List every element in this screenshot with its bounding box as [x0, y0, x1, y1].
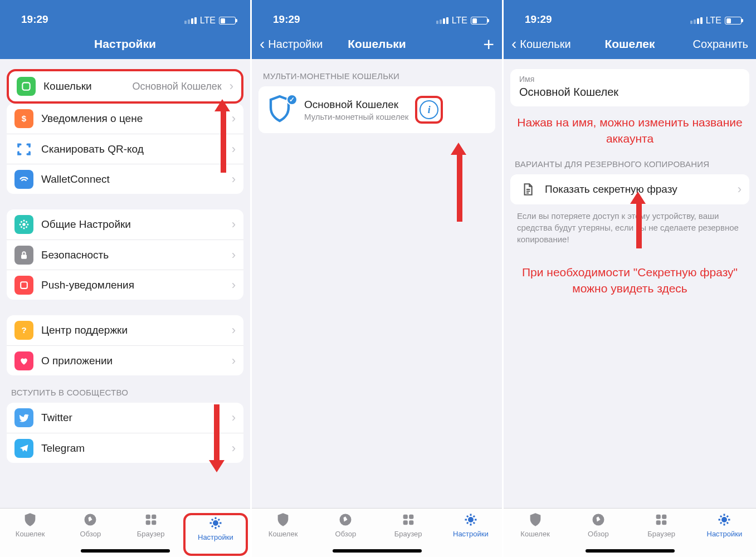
screen-wallets: 19:29 LTE ‹ Настройки Кошельки + МУЛЬТИ-… — [252, 0, 504, 557]
wallets-row[interactable]: Кошельки Основной Кошелек › — [7, 69, 243, 104]
signal-icon — [184, 17, 197, 24]
home-indicator — [81, 549, 170, 553]
wallet-name-card[interactable]: Имя Основной Кошелек — [510, 69, 749, 106]
add-wallet-button[interactable]: + — [483, 35, 494, 53]
row-general[interactable]: Общие Настройки › — [7, 209, 243, 240]
wallet-info-button[interactable]: i — [420, 100, 438, 119]
signal-icon — [690, 17, 703, 24]
price-alerts-icon: $ — [14, 109, 33, 128]
row-about[interactable]: О приложении › — [7, 345, 243, 375]
annotation-arrow — [216, 99, 230, 173]
tab-label: Настройки — [198, 533, 233, 541]
chevron-right-icon: › — [232, 441, 236, 456]
chevron-right-icon: › — [738, 182, 742, 197]
tab-label: Браузер — [647, 530, 675, 538]
push-icon — [14, 276, 33, 295]
svg-rect-7 — [145, 515, 150, 519]
wallet-subtitle: Мульти-монетный кошелек — [304, 112, 408, 121]
row-label: Twitter — [41, 412, 224, 424]
annotation-text: Нажав на имя, можно изменить название ак… — [504, 106, 756, 155]
row-label: Сканировать QR-код — [41, 143, 224, 155]
lock-icon — [14, 246, 33, 265]
row-telegram[interactable]: Telegram › — [7, 433, 243, 463]
chevron-right-icon: › — [232, 278, 236, 292]
heart-icon — [14, 351, 33, 370]
tab-wallet[interactable]: Кошелек — [252, 512, 314, 557]
row-price-alerts[interactable]: $ Уведомления о цене › — [7, 104, 243, 134]
row-label: Push-уведомления — [41, 279, 224, 291]
nav-back-button[interactable]: ‹ Настройки — [260, 36, 348, 52]
tab-label: Обзор — [588, 530, 609, 538]
svg-text:?: ? — [21, 325, 26, 335]
nav-bar: ‹ Настройки Кошельки + — [252, 29, 502, 59]
row-support[interactable]: ? Центр поддержки › — [7, 315, 243, 345]
twitter-icon — [14, 408, 33, 427]
status-bar: 19:29 LTE — [0, 0, 250, 29]
tab-settings[interactable]: Настройки — [693, 512, 756, 557]
svg-text:$: $ — [22, 114, 27, 123]
svg-point-23 — [723, 518, 726, 522]
row-twitter[interactable]: Twitter › — [7, 403, 243, 433]
carrier-label: LTE — [452, 16, 467, 26]
row-label: Центр поддержки — [41, 324, 224, 336]
battery-icon — [725, 17, 742, 25]
tab-label: Обзор — [80, 530, 101, 538]
row-label: Telegram — [41, 442, 224, 455]
chevron-right-icon: › — [232, 142, 236, 157]
community-header: ВСТУПИТЬ В СООБЩЕСТВО — [0, 375, 250, 403]
annotation-arrow — [452, 143, 466, 222]
status-time: 19:29 — [525, 13, 552, 26]
name-label: Имя — [519, 75, 740, 84]
status-time: 19:29 — [21, 13, 48, 26]
status-time: 19:29 — [273, 13, 300, 26]
chevron-left-icon: ‹ — [260, 36, 265, 52]
tab-wallet[interactable]: Кошелек — [0, 512, 60, 557]
svg-point-11 — [213, 521, 217, 525]
row-push[interactable]: Push-уведомления › — [7, 270, 243, 300]
nav-back-button[interactable]: ‹ Кошельки — [511, 36, 604, 52]
carrier-label: LTE — [200, 16, 216, 26]
row-walletconnect[interactable]: WalletConnect › — [7, 164, 243, 194]
wallet-card[interactable]: ✓ Основной Кошелек Мульти-монетный кошел… — [258, 86, 495, 133]
chevron-right-icon: › — [232, 172, 236, 187]
gear-icon — [14, 215, 33, 234]
svg-rect-21 — [656, 520, 661, 525]
row-security[interactable]: Безопасность › — [7, 240, 243, 270]
nav-title: Настройки — [94, 37, 156, 51]
tab-settings[interactable]: Настройки — [183, 513, 248, 556]
nav-bar: Настройки — [0, 29, 250, 59]
status-bar: 19:29 LTE — [504, 0, 756, 29]
backup-header: ВАРИАНТЫ ДЛЯ РЕЗЕРВНОГО КОПИРОВАНИЯ — [504, 155, 756, 174]
document-icon — [518, 180, 537, 199]
tab-settings[interactable]: Настройки — [440, 512, 502, 557]
svg-point-17 — [469, 518, 472, 522]
annotation-text: При необходимости "Секретную фразу" можн… — [504, 256, 756, 305]
svg-rect-4 — [21, 282, 27, 289]
chevron-right-icon: › — [232, 411, 236, 425]
svg-rect-0 — [22, 82, 30, 90]
row-label: Безопасность — [41, 249, 224, 261]
svg-rect-3 — [21, 255, 27, 259]
svg-rect-10 — [152, 520, 156, 525]
qr-icon — [14, 140, 33, 159]
nav-bar: ‹ Кошельки Кошелек Сохранить — [504, 29, 756, 59]
svg-rect-8 — [152, 515, 156, 519]
status-bar: 19:29 LTE — [252, 0, 502, 29]
row-label: WalletConnect — [41, 173, 224, 185]
svg-rect-22 — [662, 520, 666, 525]
chevron-right-icon: › — [232, 217, 236, 232]
verified-icon: ✓ — [286, 94, 297, 105]
tab-label: Браузер — [137, 530, 165, 538]
tab-label: Кошелек — [269, 530, 298, 538]
wallet-title: Основной Кошелек — [304, 99, 408, 111]
multi-coin-header: МУЛЬТИ-МОНЕТНЫЕ КОШЕЛЬКИ — [252, 59, 502, 86]
svg-rect-16 — [409, 520, 413, 525]
tab-wallet[interactable]: Кошелек — [504, 512, 567, 557]
battery-icon — [471, 17, 487, 25]
backup-footnote: Если вы потеряете доступ к этому устройс… — [504, 204, 756, 245]
save-button[interactable]: Сохранить — [693, 38, 748, 51]
tab-label: Кошелек — [520, 530, 550, 538]
row-label: Общие Настройки — [41, 218, 224, 231]
wallets-icon — [17, 77, 36, 96]
row-scan-qr[interactable]: Сканировать QR-код › — [7, 134, 243, 164]
